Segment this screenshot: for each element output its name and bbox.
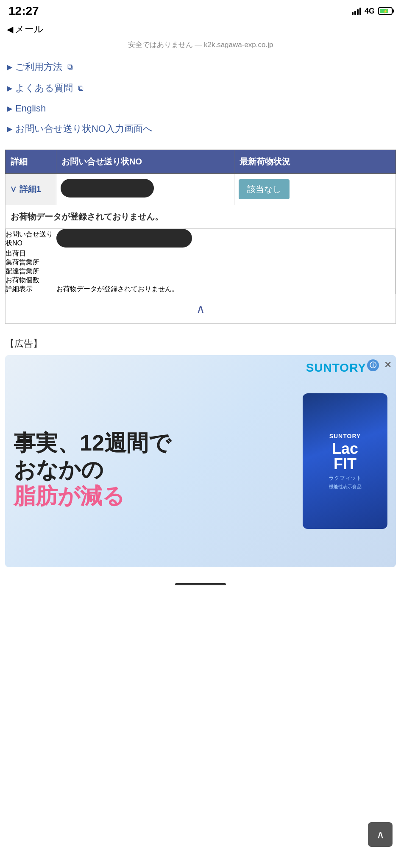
main-content: 詳細 お問い合せ送り状NO 最新荷物状況 ∨ 詳細1 該当なし お荷物データが — [0, 146, 401, 327]
address-text: 安全ではありません — k2k.sagawa-exp.co.jp — [128, 40, 273, 50]
collapse-cell[interactable]: ∧ — [6, 294, 396, 324]
nav-link-faq[interactable]: よくある質問 — [15, 82, 73, 95]
nav-link-item-2[interactable]: ▶ よくある質問 ⧉ — [7, 78, 394, 99]
detail-row-count: お荷物個数 — [6, 276, 396, 285]
back-nav[interactable]: ◀ メール — [0, 20, 401, 38]
nav-link-item-3[interactable]: ▶ English — [7, 99, 394, 118]
nav-link-inquiry[interactable]: お問い合せ送り状NO入力画面へ — [15, 122, 153, 135]
detail-value-count — [56, 276, 396, 285]
product-name-fit: FIT — [334, 456, 356, 472]
ad-product-image: SUNTORY Lac FIT ラクフィット 機能性表示食品 — [303, 393, 387, 529]
summary-status-cell: 該当なし — [234, 174, 396, 205]
chevron-down-icon: ∨ — [10, 184, 19, 194]
ad-text-line3: 脂肪が減る — [14, 484, 125, 508]
nav-link-item-4[interactable]: ▶ お問い合せ送り状NO入力画面へ — [7, 118, 394, 139]
ad-banner: SUNTORY ⓘ ✕ 事実、12週間で おなかの 脂肪が減る SUNTORY … — [5, 355, 396, 567]
detail-row-pickup: 集荷営業所 — [6, 258, 396, 267]
detail-label-display: 詳細表示 — [6, 285, 56, 294]
tracking-number-blurred-wide — [56, 229, 192, 248]
summary-detail-cell: ∨ 詳細1 — [6, 174, 56, 205]
tracking-table: 詳細 お問い合せ送り状NO 最新荷物状況 ∨ 詳細1 該当なし お荷物データが — [5, 150, 396, 324]
ad-text-line2: おなかの — [14, 457, 103, 482]
signal-icon — [352, 7, 361, 15]
address-bar[interactable]: 安全ではありません — k2k.sagawa-exp.co.jp — [0, 38, 401, 53]
ad-info-button[interactable]: ⓘ — [367, 359, 379, 371]
summary-tracking-cell — [56, 174, 234, 205]
detail-label-delivery: 配達営業所 — [6, 267, 56, 276]
detail-label-pickup: 集荷営業所 — [6, 258, 56, 267]
detail-value-tracking-no — [56, 229, 396, 250]
chevron-up-icon: ∧ — [376, 828, 384, 841]
scroll-indicator-container — [0, 574, 401, 590]
nav-link-item-1[interactable]: ▶ ご利用方法 ⧉ — [7, 56, 394, 78]
product-subname: ラクフィット — [329, 474, 362, 482]
nav-link-english[interactable]: English — [15, 103, 46, 114]
ad-main-text: 事実、12週間で おなかの 脂肪が減る — [14, 430, 294, 509]
external-link-icon-2: ⧉ — [78, 84, 84, 93]
table-header-status: 最新荷物状況 — [234, 150, 396, 174]
detail-label-count: お荷物個数 — [6, 276, 56, 285]
ad-text-block: 事実、12週間で おなかの 脂肪が減る — [14, 413, 303, 509]
status-time: 12:27 — [8, 4, 39, 18]
battery-icon: ⚡ — [378, 7, 393, 15]
detail-row-tracking-no: お問い合せ送り状NO — [6, 229, 396, 250]
detail-value-pickup — [56, 258, 396, 267]
external-link-icon-1: ⧉ — [67, 63, 73, 72]
product-name-lac: Lac — [332, 441, 358, 456]
suntory-logo: SUNTORY — [306, 361, 366, 375]
detail-value-delivery — [56, 267, 396, 276]
table-header-detail: 詳細 — [6, 150, 56, 174]
nav-arrow-icon-2: ▶ — [7, 84, 12, 92]
product-small-text: 機能性表示食品 — [326, 484, 365, 490]
detail-value-shipdate — [56, 249, 396, 258]
detail-row-delivery: 配達営業所 — [6, 267, 396, 276]
back-arrow-icon: ◀ — [7, 24, 13, 34]
tracking-number-blurred — [61, 179, 154, 198]
collapse-arrow-icon[interactable]: ∧ — [196, 302, 205, 315]
no-data-message: お荷物データが登録されておりません。 — [6, 205, 396, 229]
table-summary-row: ∨ 詳細1 該当なし — [6, 174, 396, 205]
product-brand-label: SUNTORY — [329, 433, 361, 440]
detail-value-display: お荷物データが登録されておりません。 — [56, 285, 396, 294]
detail-row-shipdate: 出荷日 — [6, 249, 396, 258]
nav-links: ▶ ご利用方法 ⧉ ▶ よくある質問 ⧉ ▶ English ▶ お問い合せ送り… — [0, 53, 401, 146]
collapse-row[interactable]: ∧ — [6, 294, 396, 324]
nav-arrow-icon-4: ▶ — [7, 125, 12, 133]
nav-arrow-icon-1: ▶ — [7, 63, 12, 71]
no-data-row: お荷物データが登録されておりません。 — [6, 205, 396, 229]
detail-label-tracking-no: お問い合せ送り状NO — [6, 229, 56, 250]
ad-close-button[interactable]: ✕ — [384, 359, 392, 370]
nav-arrow-icon-3: ▶ — [7, 105, 12, 113]
detail-label: 詳細1 — [19, 184, 41, 194]
scroll-to-top-button[interactable]: ∧ — [368, 822, 393, 847]
detail-label-shipdate: 出荷日 — [6, 249, 56, 258]
nav-link-usage[interactable]: ご利用方法 — [15, 61, 62, 73]
status-icons: 4G ⚡ — [352, 7, 393, 16]
ad-label: 【広告】 — [5, 337, 396, 350]
table-header-tracking-no: お問い合せ送り状NO — [56, 150, 234, 174]
network-label: 4G — [365, 7, 375, 16]
back-label: メール — [15, 23, 44, 36]
scroll-indicator — [175, 583, 226, 585]
status-bar: 12:27 4G ⚡ — [0, 0, 401, 20]
detail-row-display: 詳細表示 お荷物データが登録されておりません。 — [6, 285, 396, 294]
ad-text-line1: 事実、12週間で — [14, 431, 171, 455]
ad-section: 【広告】 SUNTORY ⓘ ✕ 事実、12週間で おなかの 脂肪が減る SUN… — [0, 327, 401, 574]
status-button[interactable]: 該当なし — [239, 179, 290, 199]
